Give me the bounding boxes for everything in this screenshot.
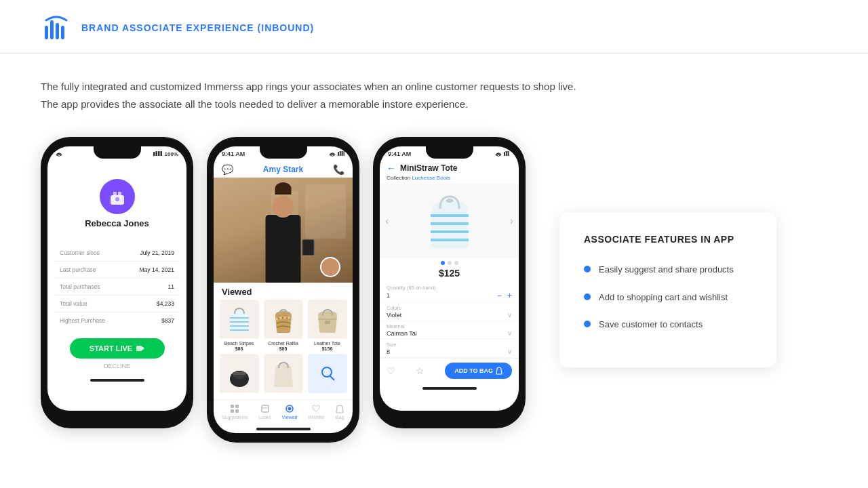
p2-product-4[interactable] (219, 354, 259, 395)
p3-dot-3[interactable] (454, 261, 458, 265)
svg-rect-19 (343, 151, 344, 156)
home-bar-2 (256, 428, 311, 430)
p3-colors-label: Colors (387, 305, 512, 311)
p3-size-val: 8 (387, 348, 390, 355)
p3-back-button[interactable]: ← (387, 163, 396, 174)
p3-material-field[interactable]: Material Caiman Tai ∨ (380, 321, 519, 340)
customer-face-thumb (320, 257, 340, 277)
logo-icon (41, 12, 72, 43)
feature-dot-2 (584, 293, 591, 300)
p1-info-section: Customer since July 21, 2019 Last purcha… (47, 247, 186, 326)
p3-next-button[interactable]: › (510, 215, 513, 227)
notch-2 (260, 146, 307, 159)
decline-label[interactable]: DECLINE (104, 363, 130, 369)
p1-customer-since-row: Customer since July 21, 2019 (47, 247, 186, 258)
p1-avatar-area: Rebecca Jones (47, 160, 186, 247)
p2-product-2-price: $85 (279, 346, 288, 351)
p1-customer-since-val: July 21, 2019 (140, 249, 174, 256)
p2-products-row: Beach Stripes $86 (214, 300, 353, 351)
p3-qty-plus[interactable]: + (507, 291, 512, 300)
feature-item-2: Add to shopping cart and wishlist (584, 291, 752, 304)
phone-1: 100% Rebecca Jones (41, 137, 193, 428)
p1-customer-since-label: Customer since (60, 249, 100, 256)
p3-carousel-dots (380, 258, 519, 266)
p2-product-3[interactable]: Leather Tote $156 (307, 300, 347, 351)
p2-product-1[interactable]: Beach Stripes $86 (219, 300, 259, 351)
features-title: ASSOCIATE FEATURES IN APP (584, 234, 752, 245)
p1-last-purchase-label: Last purchase (60, 266, 96, 273)
p2-product-5[interactable] (263, 354, 303, 395)
p3-price: $125 (380, 266, 519, 283)
svg-marker-14 (142, 346, 144, 350)
p1-avatar-icon (100, 179, 135, 214)
p3-add-to-bag-button[interactable]: ADD TO BAG (445, 363, 512, 379)
svg-point-25 (279, 317, 282, 319)
p3-colors-field[interactable]: Colors Violet ∨ (380, 303, 519, 321)
p3-dot-2[interactable] (448, 261, 452, 265)
description-line1: The fully integrated and customized Imme… (41, 78, 827, 96)
p3-heart-button[interactable]: ♡ (387, 365, 395, 376)
feature-dot-3 (584, 321, 591, 327)
p2-product-6[interactable] (307, 354, 347, 395)
p2-nav-viewed[interactable]: Viewed (282, 404, 298, 420)
p2-store-photo (214, 178, 353, 283)
feature-item-3: Save customer to contacts (584, 319, 752, 331)
p2-product-img-1 (220, 300, 259, 339)
p2-nav-bag[interactable]: Bag (335, 404, 344, 420)
p3-qty-minus[interactable]: − (497, 291, 502, 300)
p1-highest-purchase-label: Highest Purchase (60, 317, 105, 324)
p1-highest-purchase-val: $837 (161, 317, 174, 324)
p3-header: ← MiniStraw Tote (380, 160, 519, 175)
p2-product-img-2 (264, 300, 303, 339)
p2-nav-wishlist[interactable]: Wishlist (308, 404, 324, 420)
phone-icon[interactable]: 📞 (333, 164, 344, 175)
svg-point-42 (288, 407, 292, 411)
p2-nav-suggestions[interactable]: Suggestions (222, 404, 248, 420)
notch-1 (94, 146, 141, 159)
p2-header: 💬 Amy Stark 📞 (214, 160, 353, 178)
home-bar-3 (422, 387, 477, 390)
features-card: ASSOCIATE FEATURES IN APP Easily suggest… (559, 212, 776, 367)
p3-material-val: Caiman Tai (387, 330, 417, 337)
svg-rect-5 (153, 152, 155, 156)
p3-product-title: MiniStraw Tote (400, 163, 457, 173)
header-title: BRAND ASSOCIATE EXPERIENCE (INBOUND) (81, 22, 314, 33)
p3-dot-1[interactable] (441, 261, 445, 265)
svg-point-51 (446, 199, 454, 203)
p2-product-2[interactable]: Crochet Raffia $85 (263, 300, 303, 351)
p3-add-to-bag-label: ADD TO BAG (454, 367, 493, 374)
svg-rect-13 (136, 346, 142, 351)
p2-product-3-price: $156 (322, 346, 333, 351)
p3-material-chevron: ∨ (507, 329, 512, 337)
svg-rect-16 (338, 152, 339, 156)
p2-product-img-4 (220, 354, 259, 393)
p3-size-chevron: ∨ (507, 348, 512, 355)
p1-last-purchase-val: May 14, 2021 (139, 266, 174, 273)
p1-last-purchase-row: Last purchase May 14, 2021 (47, 264, 186, 275)
chat-icon[interactable]: 💬 (222, 164, 233, 175)
p3-star-button[interactable]: ☆ (416, 365, 425, 376)
p1-total-purchases-label: Total purchases (60, 283, 100, 290)
p2-nav-viewed-label: Viewed (282, 415, 298, 420)
feature-text-1: Easily suggest and share products (599, 264, 734, 276)
start-live-button[interactable]: START LIVE (70, 338, 165, 359)
p3-prev-button[interactable]: ‹ (385, 215, 389, 227)
start-live-label: START LIVE (90, 344, 132, 352)
notch-3 (426, 146, 473, 159)
p2-nav-suggestions-label: Suggestions (222, 415, 248, 420)
p3-size-field[interactable]: Size 8 ∨ (380, 340, 519, 358)
svg-rect-45 (506, 151, 507, 156)
p2-products-row2 (214, 351, 353, 395)
p1-total-purchases-row: Total purchases 11 (47, 281, 186, 292)
svg-rect-44 (504, 152, 505, 156)
p2-time: 9:41 AM (222, 150, 245, 157)
p1-user-name: Rebecca Jones (85, 218, 149, 228)
svg-rect-8 (160, 151, 162, 156)
svg-rect-17 (340, 151, 341, 156)
p2-nav-looks[interactable]: Looks (258, 404, 271, 420)
svg-point-43 (498, 156, 499, 157)
p1-total-value-val: $4,233 (157, 300, 174, 307)
svg-rect-38 (235, 409, 239, 413)
p1-total-purchases-val: 11 (168, 283, 174, 290)
feature-text-3: Save customer to contacts (599, 319, 703, 331)
